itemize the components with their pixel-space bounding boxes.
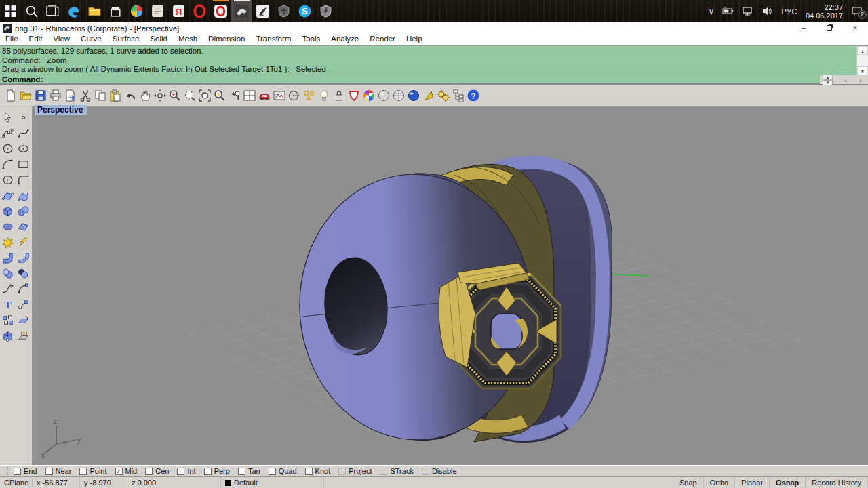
extend-icon[interactable] [16, 235, 31, 250]
move-control-point-icon[interactable] [16, 297, 31, 312]
taskbar-opera-icon[interactable] [189, 0, 210, 22]
single-point-icon[interactable] [16, 110, 31, 125]
viewport-canvas[interactable]: z y x [33, 106, 868, 465]
taskbar-file-explorer-icon[interactable] [84, 0, 105, 22]
grip-handle[interactable] [7, 467, 9, 475]
status-pane-snap[interactable]: Snap [673, 478, 704, 487]
taskbar-task-view-icon[interactable] [42, 0, 63, 22]
export-page-icon[interactable] [63, 87, 78, 104]
taskbar-edge-icon[interactable] [63, 0, 84, 22]
ghosted-view-icon[interactable] [391, 87, 406, 104]
zoom-in-icon[interactable] [167, 87, 182, 104]
network-icon[interactable] [742, 6, 753, 16]
menu-analyze[interactable]: Analyze [326, 34, 364, 45]
menu-curve[interactable]: Curve [75, 34, 107, 45]
freeform-curve-icon[interactable] [16, 125, 31, 141]
volume-icon[interactable] [762, 6, 773, 16]
flag-cursor-icon[interactable] [421, 87, 436, 104]
status-pane-record-history[interactable]: Record History [806, 478, 868, 487]
open-file-icon[interactable] [18, 87, 33, 104]
zoom-selected-icon[interactable] [212, 87, 227, 104]
menu-render[interactable]: Render [364, 34, 401, 45]
taskbar-wot-icon[interactable] [273, 0, 294, 22]
osnap-knot-checkbox[interactable]: Knot [305, 467, 331, 475]
status-pane-ortho[interactable]: Ortho [704, 478, 736, 487]
surface-curved-icon[interactable] [16, 188, 31, 203]
rectangle-icon[interactable] [16, 157, 31, 172]
osnap-strack-checkbox[interactable]: STrack [380, 467, 413, 475]
menu-view[interactable]: View [47, 34, 75, 45]
pan-view-icon[interactable] [138, 87, 153, 104]
fillet-edge-icon[interactable] [0, 250, 16, 266]
shaded-view-icon[interactable] [376, 87, 391, 104]
zoom-undo-icon[interactable] [227, 87, 242, 104]
mask-shield-icon[interactable] [347, 87, 361, 104]
car-demo-icon[interactable] [257, 87, 272, 104]
radius-tool-icon[interactable] [287, 87, 302, 104]
menu-surface[interactable]: Surface [107, 34, 145, 45]
language-indicator[interactable]: РУС [781, 7, 797, 16]
menu-solid[interactable]: Solid [144, 34, 173, 45]
taskbar-wot-blitz-icon[interactable] [315, 0, 336, 22]
print-icon[interactable] [48, 87, 63, 104]
battery-icon[interactable] [722, 6, 734, 16]
taskbar-zbrush-icon[interactable] [252, 0, 273, 22]
lamp-icon[interactable] [317, 87, 332, 104]
arc-icon[interactable] [0, 157, 16, 172]
arc-blend-icon[interactable] [16, 281, 31, 297]
command-prompt[interactable]: Command: ▲▼ ‹ › [0, 75, 868, 85]
status-pane-planar[interactable]: Planar [735, 478, 770, 487]
taskbar-yandex-icon[interactable]: Я [168, 0, 189, 22]
viewport-title-tab[interactable]: Perspective [35, 105, 87, 115]
lock-icon[interactable] [332, 87, 347, 104]
menu-transform[interactable]: Transform [250, 34, 296, 45]
boolean-union-icon[interactable] [0, 266, 16, 281]
select-arrow-icon[interactable] [0, 110, 16, 125]
osnap-project-checkbox[interactable]: Project [338, 467, 372, 475]
taskbar-opera-gx-icon[interactable] [210, 0, 231, 22]
scroll-up-icon[interactable]: ▴ [857, 46, 868, 55]
restore-button[interactable] [816, 22, 842, 34]
curve-blend-icon[interactable] [0, 281, 16, 297]
surface-patch-icon[interactable] [16, 219, 31, 235]
osnap-end-checkbox[interactable]: End [14, 467, 37, 475]
paste-icon[interactable] [108, 87, 123, 104]
prompt-prev-icon[interactable]: ‹ [838, 76, 853, 84]
command-history[interactable]: ▴ ▾ 85 polysurfaces, 129 surfaces, 1 cur… [0, 45, 868, 75]
osnap-quad-checkbox[interactable]: Quad [269, 467, 297, 475]
curve-fillet-icon[interactable] [16, 172, 31, 188]
osnap-perp-checkbox[interactable]: Perp [204, 467, 230, 475]
solid-torus-icon[interactable] [0, 219, 16, 235]
save-file-icon[interactable] [33, 87, 48, 104]
menu-mesh[interactable]: Mesh [173, 34, 203, 45]
color-wheel-icon[interactable] [361, 87, 376, 104]
circle-icon[interactable] [0, 141, 16, 157]
cut-icon[interactable] [78, 87, 93, 104]
status-pane-osnap[interactable]: Osnap [770, 478, 806, 487]
chamfer-edge-icon[interactable] [16, 250, 31, 266]
polygon-icon[interactable] [0, 172, 16, 188]
minimize-button[interactable]: – [791, 22, 816, 34]
emboss-array-icon[interactable] [16, 328, 31, 344]
close-button[interactable]: × [842, 22, 868, 34]
group-objects-icon[interactable] [0, 312, 16, 328]
solid-box-icon[interactable] [0, 203, 16, 219]
layer-pane[interactable]: Default [221, 478, 324, 487]
explode-icon[interactable] [0, 235, 16, 250]
osnap-near-checkbox[interactable]: Near [45, 467, 72, 475]
zoom-window-icon[interactable] [197, 87, 212, 104]
set-plane-icon[interactable] [16, 312, 31, 328]
menu-edit[interactable]: Edit [24, 34, 48, 45]
rotate-view-icon[interactable] [153, 87, 167, 104]
menu-file[interactable]: File [0, 34, 24, 45]
undo-icon[interactable] [123, 87, 138, 104]
surface-3pt-icon[interactable] [0, 188, 16, 203]
boolean-difference-icon[interactable] [16, 266, 31, 281]
map-demo-icon[interactable] [272, 87, 287, 104]
taskbar-search-icon[interactable] [21, 0, 42, 22]
zoom-dynamic-icon[interactable] [182, 87, 197, 104]
prompt-spinner[interactable]: ▲▼ [823, 75, 833, 85]
copy-icon[interactable] [93, 87, 108, 104]
menu-tools[interactable]: Tools [296, 34, 326, 45]
taskbar-skype-icon[interactable]: S [294, 0, 315, 22]
